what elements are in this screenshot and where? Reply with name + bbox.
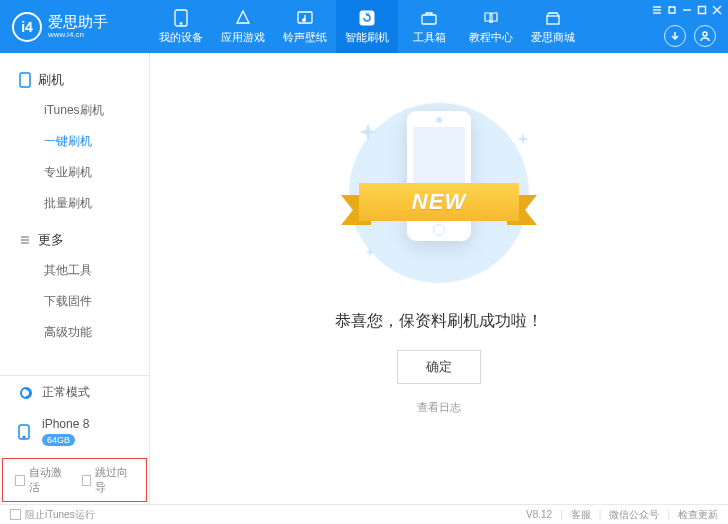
- skip-guide-checkbox[interactable]: 跳过向导: [82, 465, 135, 495]
- sidebar-item-download-fw[interactable]: 下载固件: [0, 286, 149, 317]
- mode-icon: [18, 385, 34, 401]
- user-icon[interactable]: [694, 25, 716, 47]
- success-message: 恭喜您，保资料刷机成功啦！: [335, 311, 543, 332]
- confirm-button[interactable]: 确定: [397, 350, 481, 384]
- sidebar-item-itunes-flash[interactable]: iTunes刷机: [0, 95, 149, 126]
- nav-store[interactable]: 爱思商城: [522, 0, 584, 53]
- sidebar-item-batch-flash[interactable]: 批量刷机: [0, 188, 149, 219]
- device-info[interactable]: iPhone 8 64GB: [0, 409, 149, 456]
- nav-my-device[interactable]: 我的设备: [150, 0, 212, 53]
- status-bar: 阻止iTunes运行 V8.12 | 客服 | 微信公众号 | 检查更新: [0, 504, 728, 524]
- svg-rect-9: [20, 73, 30, 87]
- nav-apps[interactable]: 应用游戏: [212, 0, 274, 53]
- sidebar-item-pro-flash[interactable]: 专业刷机: [0, 157, 149, 188]
- new-ribbon: NEW: [341, 183, 537, 237]
- view-log-link[interactable]: 查看日志: [417, 400, 461, 415]
- refresh-icon: [358, 9, 376, 27]
- maximize-icon[interactable]: [696, 4, 707, 15]
- update-link[interactable]: 检查更新: [678, 508, 718, 522]
- svg-point-3: [303, 18, 306, 21]
- logo-icon: i4: [12, 12, 42, 42]
- svg-point-12: [23, 436, 25, 438]
- note-icon: [296, 9, 314, 27]
- apps-icon: [234, 9, 252, 27]
- svg-rect-6: [547, 16, 559, 24]
- skin-icon[interactable]: [666, 4, 677, 15]
- top-nav: 我的设备 应用游戏 铃声壁纸 智能刷机 工具箱 教程中心 爱思商城: [150, 0, 584, 53]
- sidebar-item-oneclick-flash[interactable]: 一键刷机: [0, 126, 149, 157]
- sidebar-group-flash[interactable]: 刷机: [0, 65, 149, 95]
- menu-icon[interactable]: [651, 4, 662, 15]
- store-icon: [544, 9, 562, 27]
- highlighted-options: 自动激活 跳过向导: [2, 458, 147, 502]
- main-content: NEW 恭喜您，保资料刷机成功啦！ 确定 查看日志: [150, 53, 728, 504]
- nav-ringtone[interactable]: 铃声壁纸: [274, 0, 336, 53]
- sidebar-item-advanced[interactable]: 高级功能: [0, 317, 149, 348]
- svg-point-8: [703, 32, 707, 36]
- sidebar: 刷机 iTunes刷机 一键刷机 专业刷机 批量刷机 更多 其他工具 下载固件 …: [0, 53, 150, 504]
- toolbox-icon: [420, 9, 438, 27]
- app-title: 爱思助手: [48, 14, 108, 29]
- book-icon: [482, 9, 500, 27]
- svg-rect-4: [360, 11, 374, 25]
- storage-badge: 64GB: [42, 434, 75, 446]
- checkbox-icon: [10, 509, 21, 520]
- svg-rect-5: [422, 15, 436, 24]
- nav-flash[interactable]: 智能刷机: [336, 0, 398, 53]
- nav-tools[interactable]: 工具箱: [398, 0, 460, 53]
- window-controls: [651, 4, 722, 15]
- collapse-icon: [18, 234, 32, 246]
- device-name: iPhone 8: [42, 417, 89, 431]
- support-link[interactable]: 客服: [571, 508, 591, 522]
- sidebar-group-more[interactable]: 更多: [0, 225, 149, 255]
- iphone-icon: [18, 424, 34, 440]
- svg-point-1: [180, 22, 182, 24]
- logo-block: i4 爱思助手 www.i4.cn: [0, 12, 150, 42]
- sidebar-item-other-tools[interactable]: 其他工具: [0, 255, 149, 286]
- success-illustration: NEW: [329, 93, 549, 293]
- svg-rect-7: [698, 6, 705, 13]
- download-icon[interactable]: [664, 25, 686, 47]
- version-label: V8.12: [526, 509, 552, 520]
- device-mode[interactable]: 正常模式: [0, 376, 149, 409]
- device-icon: [18, 72, 32, 88]
- app-url: www.i4.cn: [48, 30, 108, 39]
- minimize-icon[interactable]: [681, 4, 692, 15]
- block-itunes-checkbox[interactable]: 阻止iTunes运行: [10, 508, 95, 522]
- app-header: i4 爱思助手 www.i4.cn 我的设备 应用游戏 铃声壁纸 智能刷机 工具…: [0, 0, 728, 53]
- auto-activate-checkbox[interactable]: 自动激活: [15, 465, 68, 495]
- close-icon[interactable]: [711, 4, 722, 15]
- header-circle-buttons: [664, 25, 716, 47]
- nav-tutorial[interactable]: 教程中心: [460, 0, 522, 53]
- wechat-link[interactable]: 微信公众号: [609, 508, 659, 522]
- phone-icon: [172, 9, 190, 27]
- checkbox-icon: [82, 475, 92, 486]
- checkbox-icon: [15, 475, 25, 486]
